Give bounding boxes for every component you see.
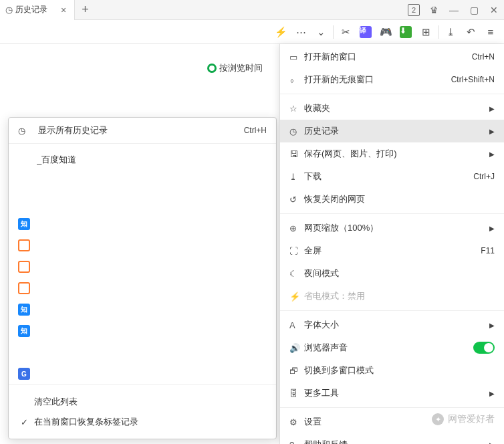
chevron-right-icon: ▶	[489, 441, 495, 445]
help-icon: ?	[289, 440, 304, 445]
sound-icon: 🔊	[289, 343, 304, 353]
watermark: ✦ 网管爱好者	[432, 413, 495, 425]
clear-list[interactable]: 清空此列表	[9, 392, 276, 412]
menu-separator	[280, 310, 504, 311]
download-icon[interactable]: ⤓	[441, 23, 460, 41]
wechat-icon: ✦	[432, 413, 444, 425]
skin-icon[interactable]: ♛	[424, 0, 444, 20]
menu-item-moon[interactable]: ☾夜间模式	[280, 262, 504, 285]
history-item[interactable]: 知	[9, 299, 276, 320]
menu-item-label: 帮助和反馈	[304, 439, 484, 444]
toolbar: ⚡ ⋯ ⌄ ✂ 译 🎮 ⬇ ⊞ ⤓ ↶ ≡	[0, 20, 504, 44]
history-item[interactable]: ⠿	[9, 192, 276, 213]
restore-tabs[interactable]: ✓ 在当前窗口恢复条标签记录	[9, 412, 276, 432]
sogou-favicon: S	[18, 261, 30, 273]
menu-item-label: 切换到多窗口模式	[304, 364, 495, 376]
check-icon: ✓	[21, 417, 34, 427]
menu-item-label: 省电模式：禁用	[304, 290, 495, 302]
history-item[interactable]: 知	[9, 213, 276, 235]
menu-item-label: 网页缩放（100%）	[304, 222, 484, 234]
close-icon[interactable]: ×	[58, 5, 69, 15]
menu-item-incognito[interactable]: ⬨打开新的无痕窗口Ctrl+Shift+N	[280, 68, 504, 91]
menu-item-star[interactable]: ☆收藏夹▶	[280, 97, 504, 120]
minimize-button[interactable]: —	[444, 0, 464, 20]
baidu-favicon: ⠿	[18, 346, 30, 358]
history-item[interactable]: 知	[9, 320, 276, 342]
translate-icon[interactable]: 译	[356, 23, 375, 41]
multiwindow-icon: 🗗	[289, 366, 304, 376]
menu-item-font[interactable]: A字体大小▶	[280, 314, 504, 336]
menu-item-label: 历史记录	[304, 125, 484, 137]
history-list: ⠿_百度知道⠿⠿知SSS知知⠿GS	[9, 144, 276, 384]
menu-item-tools[interactable]: 🗄更多工具▶	[280, 382, 504, 405]
menu-icon[interactable]: ≡	[481, 23, 500, 41]
menu-item-zoom[interactable]: ⊕网页缩放（100%）▶	[280, 217, 504, 239]
submenu-footer: 清空此列表 ✓ 在当前窗口恢复条标签记录	[9, 384, 276, 439]
menu-item-shortcut: F11	[481, 246, 495, 255]
tab[interactable]: ◷ 历史记录 ×	[0, 0, 75, 20]
undo-icon[interactable]: ↶	[461, 23, 480, 41]
chevron-right-icon: ▶	[489, 225, 495, 232]
menu-item-fullscreen[interactable]: ⛶全屏F11	[280, 239, 504, 262]
history-item[interactable]: S	[9, 278, 276, 299]
window-icon: ▭	[289, 52, 304, 62]
menu-item-multiwindow[interactable]: 🗗切换到多窗口模式	[280, 359, 504, 382]
history-item[interactable]: ⠿	[9, 342, 276, 363]
new-tab-button[interactable]: +	[75, 3, 96, 17]
menu-item-label: 浏览器声音	[304, 342, 473, 354]
star-icon: ☆	[289, 104, 304, 114]
zhihu-favicon: 知	[18, 325, 30, 337]
font-icon: A	[289, 320, 304, 330]
menu-item-clock[interactable]: ◷历史记录▶	[280, 120, 504, 142]
menu-item-label: 字体大小	[304, 319, 484, 331]
header-shortcut: Ctrl+H	[244, 126, 267, 135]
download-icon: ⤓	[289, 172, 304, 182]
settings-icon: ⚙	[289, 417, 304, 427]
menu-item-shortcut: Ctrl+Shift+N	[451, 75, 495, 84]
tab-counter[interactable]: 2	[404, 0, 424, 20]
zhihu-favicon: 知	[18, 218, 30, 230]
menu-item-window[interactable]: ▭打开新的窗口Ctrl+N	[280, 45, 504, 68]
history-item[interactable]: S	[9, 235, 276, 256]
tools-icon: 🗄	[289, 388, 304, 399]
chevron-down-icon[interactable]: ⌄	[311, 23, 330, 41]
game-icon[interactable]: 🎮	[376, 23, 395, 41]
history-item[interactable]: G	[9, 363, 276, 384]
menu-item-save[interactable]: 🖫保存(网页、图片、打印)▶	[280, 142, 504, 165]
menu-item-help[interactable]: ?帮助和反馈▶	[280, 433, 504, 444]
menu-item-restore[interactable]: ↺恢复关闭的网页	[280, 188, 504, 211]
tab-title: 历史记录	[15, 4, 47, 15]
sogou-favicon: S	[18, 239, 30, 251]
clear-label: 清空此列表	[34, 396, 78, 408]
radio-active-icon	[207, 64, 217, 73]
toggle-switch[interactable]	[473, 342, 495, 354]
close-button[interactable]: ✕	[484, 0, 504, 20]
grid-icon[interactable]: ⊞	[416, 23, 435, 41]
maximize-button[interactable]: ▢	[464, 0, 484, 20]
menu-item-shortcut: Ctrl+N	[472, 52, 495, 62]
baidu-favicon: ⠿	[18, 197, 30, 209]
scissors-icon[interactable]: ✂	[336, 23, 355, 41]
baidu-favicon: ⠿	[18, 154, 30, 166]
save-icon: 🖫	[289, 149, 304, 159]
more-icon[interactable]: ⋯	[291, 23, 310, 41]
menu-item-label: 下载	[304, 171, 473, 183]
chevron-right-icon: ▶	[489, 322, 495, 329]
lightning-icon[interactable]: ⚡	[271, 23, 290, 41]
menu-item-download[interactable]: ⤓下载Ctrl+J	[280, 165, 504, 188]
menu-item-label: 收藏夹	[304, 102, 484, 114]
fullscreen-icon: ⛶	[289, 246, 304, 256]
history-submenu: ◷ 显示所有历史记录 Ctrl+H ⠿_百度知道⠿⠿知SSS知知⠿GS 清空此列…	[8, 117, 277, 439]
download-green-icon[interactable]: ⬇	[396, 23, 415, 41]
show-all-history[interactable]: ◷ 显示所有历史记录 Ctrl+H	[9, 118, 276, 144]
history-item[interactable]: ⠿	[9, 171, 276, 192]
sort-indicator[interactable]: 按浏览时间	[207, 62, 263, 74]
restore-icon: ↺	[289, 195, 304, 205]
baidu-favicon: ⠿	[18, 175, 30, 187]
generic-favicon: G	[18, 368, 30, 380]
sogou-favicon: S	[18, 282, 30, 294]
menu-item-sound[interactable]: 🔊浏览器声音	[280, 336, 504, 359]
history-item[interactable]: ⠿_百度知道	[9, 149, 276, 171]
history-item[interactable]: S	[9, 256, 276, 278]
chevron-right-icon: ▶	[489, 128, 495, 135]
